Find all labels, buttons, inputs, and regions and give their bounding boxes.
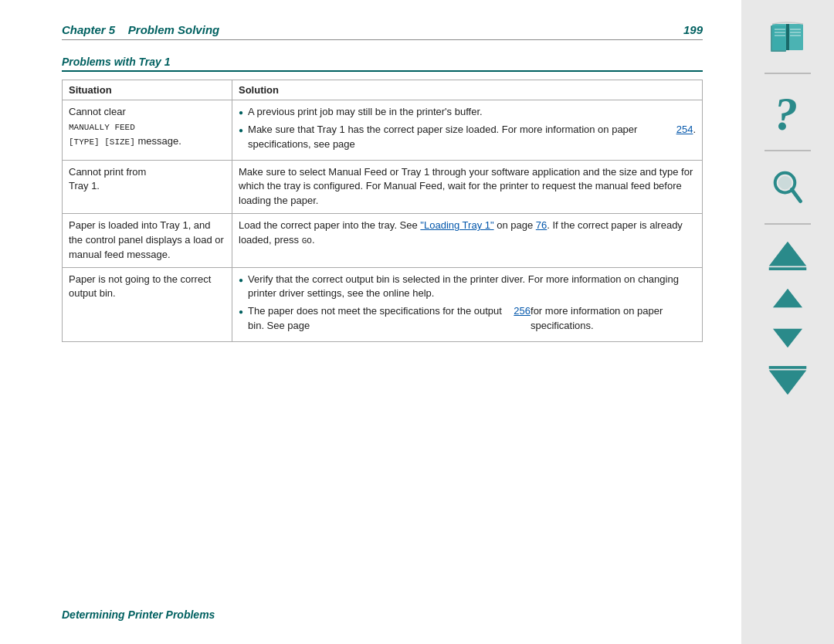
- situation-cell: Paper is not going to the correct output…: [63, 267, 232, 341]
- solution-cell: Make sure to select Manual Feed or Tray …: [232, 160, 703, 214]
- arrow-down-large-icon[interactable]: [761, 362, 815, 401]
- svg-line-13: [792, 189, 800, 201]
- table-row: Paper is not going to the correct output…: [63, 267, 703, 341]
- bullet-list: A previous print job may still be in the…: [239, 105, 696, 152]
- go-text: GO: [302, 236, 312, 246]
- bullet-list: Verify that the correct output bin is se…: [239, 273, 696, 334]
- monospace-text2: [TYPE] [SIZE]: [69, 137, 135, 147]
- table-row: Paper is loaded into Tray 1, and the con…: [63, 214, 703, 268]
- situation-cell: Paper is loaded into Tray 1, and the con…: [63, 214, 232, 268]
- loading-tray-link[interactable]: "Loading Tray 1": [420, 219, 493, 231]
- problems-table: Situation Solution Cannot clear MANUALLY…: [62, 80, 703, 342]
- col-solution: Solution: [232, 80, 703, 100]
- monospace-text: MANUALLY FEED: [69, 123, 135, 132]
- question-icon[interactable]: ?: [761, 85, 815, 139]
- svg-point-12: [778, 175, 792, 189]
- sidebar-divider: [764, 73, 811, 74]
- svg-marker-16: [773, 289, 802, 307]
- sidebar-divider: [764, 223, 811, 225]
- page-number: 199: [683, 23, 703, 36]
- solution-cell: Verify that the correct output bin is se…: [232, 267, 703, 341]
- main-content: Chapter 5 Problem Solving 199 Problems w…: [0, 0, 741, 644]
- arrow-up-large-icon[interactable]: [761, 236, 815, 274]
- page-link-76[interactable]: 76: [536, 219, 547, 231]
- list-item: The paper does not meet the specificatio…: [239, 304, 696, 334]
- list-item: Verify that the correct output bin is se…: [239, 273, 696, 302]
- table-row: Cannot clear MANUALLY FEED [TYPE] [SIZE]…: [63, 100, 703, 161]
- section-title: Problems with Tray 1: [62, 56, 703, 72]
- svg-rect-3: [786, 24, 789, 50]
- book-icon[interactable]: [761, 15, 815, 62]
- sidebar: ?: [741, 0, 834, 644]
- list-item: Make sure that Tray 1 has the correct pa…: [239, 123, 696, 152]
- situation-cell: Cannot clear MANUALLY FEED [TYPE] [SIZE]…: [63, 100, 232, 161]
- svg-text:?: ?: [774, 87, 798, 137]
- svg-marker-18: [769, 371, 807, 395]
- chapter-heading: Chapter 5 Problem Solving: [62, 23, 219, 36]
- page-header: Chapter 5 Problem Solving 199: [62, 23, 703, 40]
- col-situation: Situation: [63, 80, 232, 100]
- svg-marker-17: [773, 329, 802, 347]
- page-link-254[interactable]: 254: [676, 123, 693, 137]
- solution-cell: A previous print job may still be in the…: [232, 100, 703, 161]
- footer-label: Determining Printer Problems: [62, 608, 215, 621]
- svg-rect-1: [772, 24, 788, 50]
- page-link-256[interactable]: 256: [514, 304, 531, 319]
- sidebar-divider: [764, 150, 811, 151]
- svg-marker-14: [769, 242, 807, 266]
- table-row: Cannot print fromTray 1. Make sure to se…: [63, 160, 703, 214]
- magnifier-icon[interactable]: [761, 162, 815, 212]
- situation-cell: Cannot print fromTray 1.: [63, 160, 232, 214]
- list-item: A previous print job may still be in the…: [239, 105, 696, 120]
- solution-cell: Load the correct paper into the tray. Se…: [232, 214, 703, 268]
- arrow-up-small-icon[interactable]: [761, 282, 815, 314]
- arrow-down-small-icon[interactable]: [761, 322, 815, 354]
- svg-rect-2: [788, 24, 803, 50]
